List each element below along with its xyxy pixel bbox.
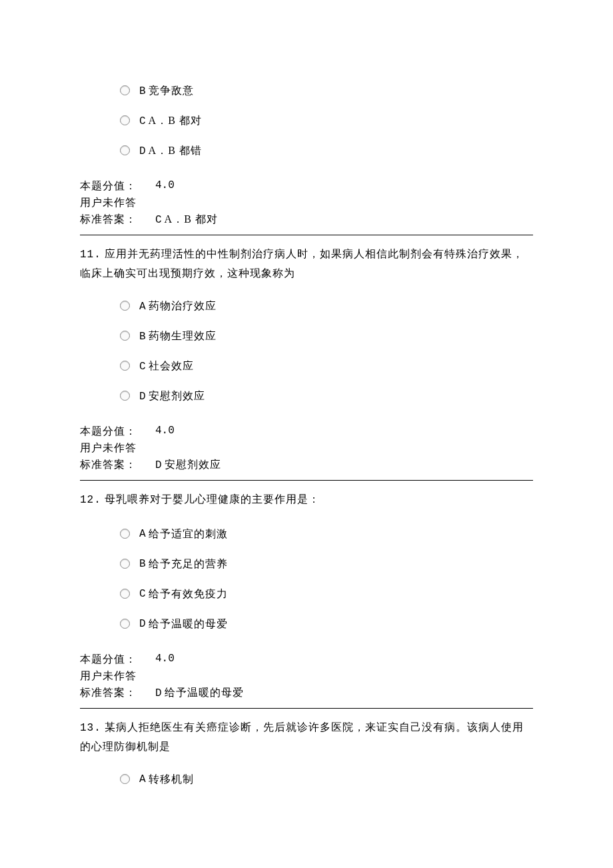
option-text: 转移机制: [149, 773, 194, 787]
option-letter: D: [139, 618, 146, 630]
radio-icon[interactable]: [120, 115, 130, 125]
radio-icon[interactable]: [120, 145, 130, 155]
q11-question: 11. 应用并无药理活性的中性制剂治疗病人时，如果病人相信此制剂会有特殊治疗效果…: [80, 245, 533, 282]
option-letter: B: [139, 85, 146, 97]
radio-icon[interactable]: [120, 331, 130, 341]
radio-icon[interactable]: [120, 559, 130, 569]
option-text: 给予适宜的刺激: [149, 527, 228, 541]
score-row: 本题分值： 4.0: [80, 178, 533, 195]
option-letter: B: [139, 331, 146, 343]
score-row: 本题分值： 4.0: [80, 423, 533, 440]
radio-icon[interactable]: [120, 361, 130, 371]
answer-text: 给予温暖的母爱: [165, 687, 244, 698]
answer-value: D 给予温暖的母爱: [155, 686, 244, 700]
option-letter: C: [139, 588, 146, 600]
score-label: 本题分值：: [80, 653, 137, 667]
q11-option-c[interactable]: C 社会效应: [80, 351, 533, 381]
option-text: 竞争敌意: [149, 84, 194, 98]
q11-option-a[interactable]: A 药物治疗效应: [80, 291, 533, 321]
q12-option-a[interactable]: A 给予适宜的刺激: [80, 519, 533, 549]
answer-label: 标准答案：: [80, 458, 137, 472]
answer-text: A．B 都对: [165, 213, 218, 225]
page-content: B 竞争敌意 C A．B 都对 D A．B 都错 本题分值： 4.0 用户未作答…: [0, 0, 613, 835]
unanswered-label: 用户未作答: [80, 196, 137, 210]
question-body: 某病人拒绝医生有关癌症诊断，先后就诊许多医院，来证实自己没有病。该病人使用的心理…: [80, 721, 524, 752]
question-number: 11.: [80, 249, 101, 261]
option-text: 给予温暖的母爱: [149, 617, 228, 631]
option-text: 安慰剂效应: [149, 389, 205, 403]
q13-options: A 转移机制: [80, 765, 533, 795]
option-letter: D: [139, 391, 146, 403]
answer-letter: D: [155, 687, 162, 699]
option-text: A．B 都对: [149, 114, 202, 128]
q11-options: A 药物治疗效应 B 药物生理效应 C 社会效应 D 安慰剂效应: [80, 291, 533, 411]
radio-icon[interactable]: [120, 619, 130, 629]
option-text: 社会效应: [149, 359, 194, 373]
q11-option-b[interactable]: B 药物生理效应: [80, 321, 533, 351]
score-value: 4.0: [155, 653, 175, 667]
answer-letter: C: [155, 214, 162, 226]
q10-option-d[interactable]: D A．B 都错: [80, 136, 533, 166]
score-row: 本题分值： 4.0: [80, 651, 533, 668]
answer-row: 标准答案： C A．B 都对: [80, 211, 533, 228]
option-letter: A: [139, 773, 146, 785]
score-label: 本题分值：: [80, 179, 137, 193]
divider: [80, 480, 533, 481]
q12-option-b[interactable]: B 给予充足的营养: [80, 549, 533, 579]
unanswered-row: 用户未作答: [80, 668, 533, 685]
q12-option-d[interactable]: D 给予温暖的母爱: [80, 609, 533, 639]
q12-question: 12. 母乳喂养对于婴儿心理健康的主要作用是：: [80, 490, 533, 509]
question-number: 13.: [80, 722, 101, 734]
q11-option-d[interactable]: D 安慰剂效应: [80, 381, 533, 411]
answer-letter: D: [155, 459, 162, 471]
answer-label: 标准答案：: [80, 686, 137, 700]
q13-option-a[interactable]: A 转移机制: [80, 765, 533, 795]
q11-meta: 本题分值： 4.0 用户未作答 标准答案： D 安慰剂效应: [80, 423, 533, 473]
option-letter: A: [139, 301, 146, 313]
option-letter: D: [139, 145, 146, 157]
unanswered-row: 用户未作答: [80, 440, 533, 457]
answer-text: 安慰剂效应: [165, 459, 221, 470]
divider: [80, 235, 533, 235]
radio-icon[interactable]: [120, 85, 130, 95]
question-number: 12.: [80, 494, 101, 506]
answer-label: 标准答案：: [80, 213, 137, 227]
option-letter: B: [139, 558, 146, 570]
q10-options: B 竞争敌意 C A．B 都对 D A．B 都错: [80, 76, 533, 166]
score-value: 4.0: [155, 179, 175, 193]
q13-question: 13. 某病人拒绝医生有关癌症诊断，先后就诊许多医院，来证实自己没有病。该病人使…: [80, 718, 533, 755]
option-letter: C: [139, 115, 146, 127]
radio-icon[interactable]: [120, 589, 130, 599]
option-letter: C: [139, 361, 146, 373]
answer-value: C A．B 都对: [155, 213, 218, 227]
q12-meta: 本题分值： 4.0 用户未作答 标准答案： D 给予温暖的母爱: [80, 651, 533, 701]
answer-value: D 安慰剂效应: [155, 458, 221, 472]
score-value: 4.0: [155, 425, 175, 439]
divider: [80, 708, 533, 709]
option-text: 给予充足的营养: [149, 557, 228, 571]
option-text: A．B 都错: [149, 144, 202, 158]
unanswered-label: 用户未作答: [80, 669, 137, 683]
q10-option-c[interactable]: C A．B 都对: [80, 106, 533, 136]
unanswered-label: 用户未作答: [80, 441, 137, 455]
radio-icon[interactable]: [120, 391, 130, 401]
score-label: 本题分值：: [80, 425, 137, 439]
unanswered-row: 用户未作答: [80, 195, 533, 211]
answer-row: 标准答案： D 给予温暖的母爱: [80, 685, 533, 701]
option-text: 药物治疗效应: [149, 299, 217, 313]
answer-row: 标准答案： D 安慰剂效应: [80, 457, 533, 473]
radio-icon[interactable]: [120, 774, 130, 784]
q12-option-c[interactable]: C 给予有效免疫力: [80, 579, 533, 609]
option-text: 给予有效免疫力: [149, 587, 228, 601]
question-body: 母乳喂养对于婴儿心理健康的主要作用是：: [105, 493, 320, 505]
option-letter: A: [139, 528, 146, 540]
question-body: 应用并无药理活性的中性制剂治疗病人时，如果病人相信此制剂会有特殊治疗效果，临床上…: [80, 248, 524, 279]
radio-icon[interactable]: [120, 301, 130, 311]
q10-option-b[interactable]: B 竞争敌意: [80, 76, 533, 106]
q10-meta: 本题分值： 4.0 用户未作答 标准答案： C A．B 都对: [80, 178, 533, 228]
q12-options: A 给予适宜的刺激 B 给予充足的营养 C 给予有效免疫力 D 给予温暖的母爱: [80, 519, 533, 639]
radio-icon[interactable]: [120, 529, 130, 539]
option-text: 药物生理效应: [149, 329, 217, 343]
